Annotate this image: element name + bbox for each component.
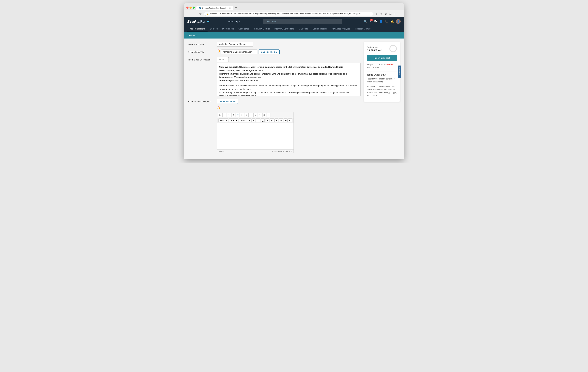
app-logo: BestRunRun — [187, 20, 210, 23]
active-tab[interactable]: sf SuccessFactors: Job Requisiti... × — [196, 6, 233, 10]
score-gauge — [389, 45, 397, 53]
internal-job-title-control — [217, 42, 361, 47]
nav-item-sources[interactable]: Sources — [208, 26, 220, 32]
back-button[interactable]: ← — [186, 12, 191, 16]
size-select[interactable]: Size — [229, 119, 238, 122]
update-button[interactable]: Update — [217, 57, 229, 62]
external-job-title-input[interactable] — [221, 50, 257, 54]
browser-toolbar: ← → ⟳ 🔒 salesdemo4.successfactors.com/ac… — [184, 10, 404, 17]
recruiting-label: Recruiting — [228, 20, 238, 23]
textio-score-info: Your score is based on data from similar… — [367, 85, 397, 97]
align-left-button[interactable]: ≡ — [270, 119, 274, 122]
notification-bell[interactable]: 🔔 — [390, 20, 394, 23]
search-icon[interactable]: 🔍 — [364, 20, 367, 23]
internal-job-description-control: Update Note: We support 100% remote work… — [217, 57, 361, 96]
url-text: salesdemo4.successfactors.com/acme?fbacm… — [210, 13, 371, 15]
close-button[interactable] — [186, 7, 189, 9]
import-job-post-button[interactable]: Import a job post — [367, 55, 397, 61]
underline-button[interactable]: U — [261, 119, 265, 122]
nav-item-advanced-analytics[interactable]: Advanced Analytics — [329, 26, 353, 32]
font-color-button[interactable]: A▾ — [288, 119, 292, 122]
extension-icon[interactable]: ◉ — [384, 12, 388, 16]
textio-job-ref: Job post (3225) for an unknown role in B… — [367, 63, 397, 69]
textio-quick-start-desc: Paste in your existing content, or simpl… — [367, 77, 397, 83]
refresh-button[interactable]: ⟳ — [198, 12, 202, 16]
style-select[interactable]: Normal — [239, 119, 251, 122]
nav-item-candidates[interactable]: Candidates — [236, 26, 252, 32]
loading-spinner — [217, 50, 220, 52]
bold-button[interactable]: B — [252, 119, 255, 122]
recruiting-dropdown[interactable]: Recruiting ▾ — [227, 20, 241, 23]
nav-item-message-center[interactable]: Message Center — [352, 26, 373, 32]
editor-toolbar-format: Font Size Normal B I U — [217, 118, 294, 123]
search-input[interactable] — [263, 19, 342, 24]
nav-item-marketing[interactable]: Marketing — [296, 26, 310, 32]
address-bar[interactable]: 🔒 salesdemo4.successfactors.com/acme?fba… — [204, 12, 373, 16]
editor-toolbar-top: ☐ ↩ ↪ ⊞ 🔗 ✂ 1. • ◁ ▷ 🖼 — [217, 112, 294, 118]
traffic-lights — [186, 7, 195, 9]
textio-divider — [367, 71, 397, 71]
maximize-button[interactable] — [193, 7, 195, 9]
contacts-icon[interactable]: 👤 — [379, 20, 383, 23]
minimize-button[interactable] — [189, 7, 192, 9]
job-ad-title: JOB AD — [188, 34, 197, 37]
profile-icon[interactable]: ◎ — [389, 12, 392, 16]
editor-btn-ol[interactable]: 1. — [245, 113, 249, 117]
new-tab-button[interactable]: + — [234, 5, 239, 10]
browser-window: sf SuccessFactors: Job Requisiti... × + … — [184, 3, 404, 159]
editor-btn-undo[interactable]: ↩ — [222, 113, 226, 117]
editor-btn-table[interactable]: ⊞ — [231, 113, 235, 117]
align-center-button[interactable]: ☰ — [274, 119, 278, 122]
download-icon[interactable]: ⬇ — [375, 12, 378, 16]
grid-icon[interactable]: ⊞ — [393, 12, 397, 16]
same-as-internal-button-title[interactable]: Same as Internal — [259, 50, 280, 54]
logo-line-3 — [207, 22, 209, 22]
logo-line-2 — [207, 21, 209, 22]
logo-lines — [207, 21, 210, 22]
nav-item-interview-scheduling[interactable]: Interview Scheduling — [272, 26, 296, 32]
tasks-icon[interactable]: ✓ 10 — [369, 20, 371, 23]
page-content: JOB AD Internal Job Title External Job T… — [184, 32, 404, 159]
chat-icon[interactable]: 💬 — [374, 20, 377, 23]
nav-item-preferences[interactable]: Preferences — [220, 26, 236, 32]
textio-panel: Textio Score No score yet Import a job p… — [364, 42, 400, 102]
editor-btn-source[interactable]: ✦ — [267, 113, 271, 117]
same-as-internal-button-desc[interactable]: Same as Internal — [217, 99, 238, 104]
tab-favicon: sf — [199, 7, 201, 9]
tab-close-icon[interactable]: × — [229, 7, 231, 9]
editor-btn-indent[interactable]: ▷ — [258, 113, 262, 117]
editor-btn-ul[interactable]: • — [249, 113, 253, 117]
lock-icon: 🔒 — [207, 13, 209, 15]
internal-job-title-input[interactable] — [217, 42, 253, 47]
editor-btn-unlink[interactable]: ✂ — [240, 113, 244, 117]
align-right-button[interactable]: ≡ — [279, 119, 283, 122]
editor-btn-redo[interactable]: ↪ — [227, 113, 231, 117]
support-tab[interactable]: SUPPORT — [398, 66, 401, 78]
same-as-internal-row: Same as Internal — [217, 99, 238, 104]
external-job-title-control: Same as Internal — [217, 50, 361, 54]
more-icon[interactable]: ⋮ — [398, 12, 402, 16]
logo-text: BestRunRun — [187, 20, 206, 23]
avatar[interactable]: 👤 — [396, 19, 401, 24]
external-job-title-label: External Job Title — [188, 50, 214, 53]
rich-text-editor: ☐ ↩ ↪ ⊞ 🔗 ✂ 1. • ◁ ▷ 🖼 — [217, 112, 294, 153]
phone-icon[interactable]: 📞 — [385, 20, 388, 23]
nav-item-job-requisitions[interactable]: Job Requisitions — [187, 26, 208, 32]
editor-btn-outdent[interactable]: ◁ — [253, 113, 257, 117]
editor-btn-new[interactable]: ☐ — [218, 113, 222, 117]
font-select[interactable]: Font — [218, 119, 228, 122]
editor-btn-link[interactable]: 🔗 — [236, 113, 240, 117]
bookmark-icon[interactable]: ☆ — [379, 12, 383, 16]
search-bar — [263, 19, 342, 24]
nav-item-interview-central[interactable]: Interview Central — [252, 26, 272, 32]
job-ad-header: JOB AD — [184, 32, 404, 39]
strikethrough-button[interactable]: S̶ — [265, 119, 269, 122]
forward-button[interactable]: → — [192, 12, 197, 16]
italic-button[interactable]: I — [256, 119, 260, 122]
nav-item-source-tracker[interactable]: Source Tracker — [310, 26, 329, 32]
external-job-description-row: External Job Description Same as Interna… — [188, 99, 361, 153]
editor-btn-image[interactable]: 🖼 — [262, 113, 266, 117]
textio-score-value: No score yet — [367, 49, 381, 51]
editor-body[interactable] — [217, 123, 294, 150]
align-justify-button[interactable]: ☰ — [284, 119, 288, 122]
